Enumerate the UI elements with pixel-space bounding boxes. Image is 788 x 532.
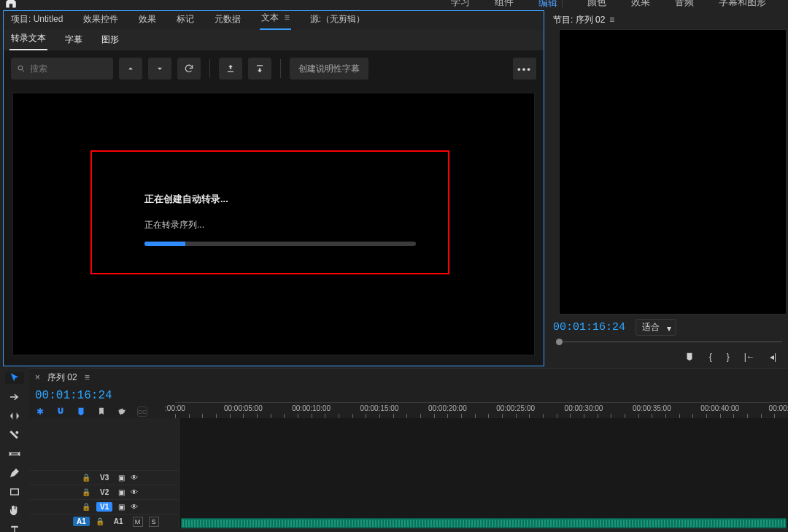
selection-tool[interactable] [5, 372, 24, 384]
program-monitor-panel: 节目: 序列 02 ≡ 00:01:16:24 适合 ▾ { } |← ◂| [547, 10, 787, 366]
razor-tool[interactable] [5, 429, 24, 441]
create-captions-button[interactable]: 创建说明性字幕 [290, 58, 368, 80]
search-input[interactable] [30, 63, 107, 74]
pen-tool[interactable] [5, 467, 24, 479]
track-header-v2[interactable]: 🔒 V2 ▣ 👁 [29, 485, 179, 499]
program-timecode[interactable]: 00:01:16:24 [553, 321, 625, 334]
go-to-in-icon[interactable]: |← [744, 352, 755, 362]
tab-effect-controls[interactable]: 效果控件 [82, 10, 120, 30]
timeline-ruler-area[interactable]: :00:0000:00:05:0000:00:10:0000:00:15:000… [175, 386, 788, 418]
subtab-captions[interactable]: 字幕 [63, 31, 84, 50]
add-marker-icon[interactable] [684, 352, 695, 362]
track-label[interactable]: V2 [96, 487, 112, 497]
type-tool[interactable] [5, 524, 24, 532]
tab-program[interactable]: 节目: 序列 02 [553, 14, 605, 26]
track-header-v3[interactable]: 🔒 V3 ▣ 👁 [29, 470, 179, 485]
track-select-tool[interactable] [5, 391, 24, 403]
track-header-a1[interactable]: A1 🔒 A1 M S [29, 514, 179, 528]
ruler-label: 00:00:25:00 [496, 404, 535, 412]
timeline-panel: × 序列 02 ≡ 00:01:16:24 ✱ CC :00:0000:00:0… [29, 368, 788, 528]
nav-learning[interactable]: 学习 [451, 0, 470, 9]
panel-menu-icon[interactable]: ≡ [285, 12, 290, 23]
ripple-edit-tool[interactable] [5, 410, 24, 422]
transcribe-progress: 正在创建自动转录... 正在转录序列... [144, 193, 416, 246]
svg-rect-2 [11, 489, 19, 495]
chevron-down-icon: ▾ [667, 323, 671, 334]
source-patch-a1[interactable]: A1 [73, 517, 90, 526]
tab-source[interactable]: 源:（无剪辑） [309, 10, 366, 30]
prev-result-button[interactable] [119, 58, 142, 80]
program-transport: { } |← ◂| [547, 347, 787, 366]
track-label[interactable]: A1 [110, 517, 127, 526]
program-zoom-slider[interactable] [552, 337, 787, 347]
magnet-icon[interactable] [55, 406, 66, 417]
subtab-graphics[interactable]: 图形 [100, 31, 120, 50]
tab-text[interactable]: 文本 ≡ [260, 9, 290, 30]
nav-editing[interactable]: 编辑 [538, 0, 563, 9]
merge-down-button[interactable] [248, 58, 271, 80]
ruler-label: :00:00 [165, 404, 185, 412]
toggle-output-icon[interactable]: ▣ [118, 503, 125, 511]
refresh-button[interactable] [177, 58, 201, 80]
ruler-label: 00:00:05:00 [224, 404, 263, 412]
more-options-button[interactable]: ••• [513, 58, 536, 80]
tab-metadata[interactable]: 元数据 [213, 10, 242, 30]
snap-toggle-icon[interactable]: ✱ [35, 406, 45, 417]
time-ruler[interactable]: :00:0000:00:05:0000:00:10:0000:00:15:000… [175, 402, 788, 418]
panel-menu-icon[interactable]: ≡ [609, 15, 614, 25]
hand-tool[interactable] [5, 505, 24, 517]
slip-tool[interactable] [5, 448, 24, 460]
track-label[interactable]: V1 [96, 502, 112, 512]
nav-components[interactable]: 组件 [495, 0, 514, 9]
home-icon[interactable] [4, 0, 18, 9]
lock-icon[interactable]: 🔒 [82, 503, 90, 511]
eye-icon[interactable]: 👁 [131, 488, 138, 496]
mark-in-icon[interactable]: { [709, 352, 712, 362]
track-label[interactable]: V3 [96, 473, 112, 482]
progress-title: 正在创建自动转录... [144, 193, 416, 206]
settings-icon[interactable] [117, 406, 127, 417]
progress-bar [144, 242, 416, 246]
next-result-button[interactable] [148, 58, 171, 80]
lock-icon[interactable]: 🔒 [82, 474, 90, 482]
solo-toggle[interactable]: S [149, 517, 159, 527]
eye-icon[interactable]: 👁 [131, 474, 138, 482]
track-header-v1[interactable]: 🔒 V1 ▣ 👁 [29, 499, 179, 514]
separator [280, 59, 281, 78]
step-back-icon[interactable]: ◂| [770, 352, 776, 362]
zoom-fit-select[interactable]: 适合 ▾ [636, 319, 676, 336]
marker-toggle-icon[interactable] [96, 406, 107, 417]
nav-audio[interactable]: 音频 [675, 0, 694, 9]
tracks-area[interactable] [179, 418, 788, 528]
ruler-label: 00:00:45:00 [769, 404, 788, 412]
tab-effects[interactable]: 效果 [137, 10, 158, 30]
nav-color[interactable]: 颜色 [587, 0, 606, 9]
linked-selection-icon[interactable] [76, 406, 86, 417]
audio-clip[interactable] [181, 518, 787, 528]
tab-project[interactable]: 项目: Untitled [9, 10, 64, 30]
lock-icon[interactable]: 🔒 [82, 488, 90, 496]
toggle-output-icon[interactable]: ▣ [118, 488, 125, 496]
merge-up-button[interactable] [219, 58, 242, 80]
close-sequence-icon[interactable]: × [35, 372, 40, 382]
zoom-handle[interactable] [556, 339, 563, 345]
subtab-transcript[interactable]: 转录文本 [9, 29, 47, 50]
search-icon [17, 63, 26, 74]
tab-markers[interactable]: 标记 [175, 10, 196, 30]
nav-captions-graphics[interactable]: 字幕和图形 [719, 0, 766, 9]
ruler-label: 00:00:20:00 [428, 404, 467, 412]
program-view[interactable] [559, 29, 787, 315]
nav-effects[interactable]: 效果 [631, 0, 650, 9]
mark-out-icon[interactable]: } [727, 352, 730, 362]
timeline-timecode[interactable]: 00:01:16:24 [35, 389, 169, 402]
lock-icon[interactable]: 🔒 [96, 517, 104, 525]
eye-icon[interactable]: 👁 [131, 503, 138, 511]
program-tab-bar: 节目: 序列 02 ≡ [547, 10, 787, 29]
sequence-tab[interactable]: 序列 02 [47, 371, 77, 384]
toggle-output-icon[interactable]: ▣ [118, 474, 125, 482]
mute-toggle[interactable]: M [133, 517, 143, 527]
sequence-tab-bar: × 序列 02 ≡ [29, 369, 788, 386]
rectangle-tool[interactable] [5, 486, 24, 498]
panel-menu-icon[interactable]: ≡ [85, 372, 90, 382]
cc-toggle-icon[interactable]: CC [137, 406, 147, 417]
